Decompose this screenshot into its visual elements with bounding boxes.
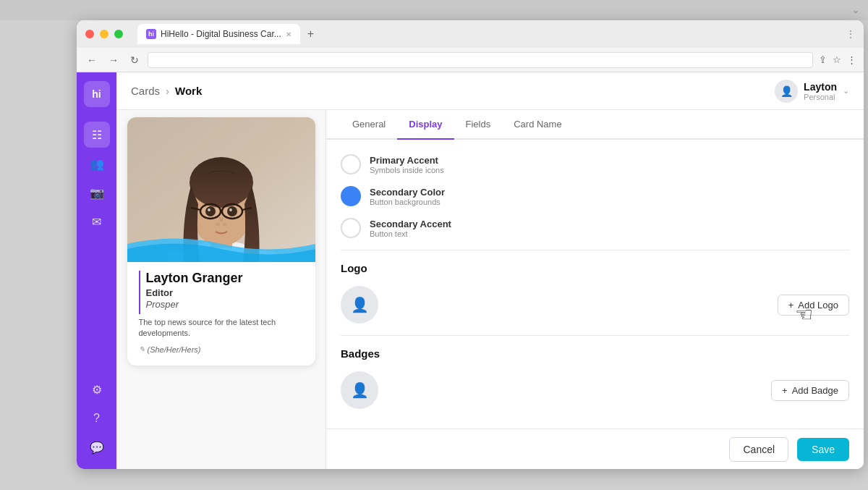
card-photo xyxy=(127,117,315,262)
forward-button[interactable]: → xyxy=(106,51,122,69)
business-card: Layton Granger Editor Prosper The top ne… xyxy=(127,117,315,366)
back-button[interactable]: ← xyxy=(84,51,100,69)
browser-menu-icon[interactable]: ⋮ xyxy=(846,29,855,39)
card-job-title: Editor xyxy=(146,287,304,298)
reload-button[interactable]: ↻ xyxy=(127,51,142,69)
tab-fields[interactable]: Fields xyxy=(454,110,503,138)
mail-icon: ✉ xyxy=(92,215,101,229)
save-button[interactable]: Save xyxy=(797,438,849,461)
primary-accent-label: Primary Accent xyxy=(370,155,444,166)
card-body: Layton Granger Editor Prosper The top ne… xyxy=(127,262,315,366)
share-icon[interactable]: ⇪ xyxy=(819,54,827,65)
tab-card-name[interactable]: Card Name xyxy=(502,110,573,138)
mac-topbar: ⌄ xyxy=(0,0,868,20)
tab-display[interactable]: Display xyxy=(397,110,454,138)
pronouns-text: (She/Her/Hers) xyxy=(148,345,201,354)
secondary-accent-option: Secondary Accent Button text xyxy=(341,218,849,238)
user-menu[interactable]: 👤 Layton Personal ⌄ xyxy=(775,80,849,103)
card-preview-panel: Layton Granger Editor Prosper The top ne… xyxy=(116,110,326,469)
avatar-icon: 👤 xyxy=(780,85,793,97)
help-icon: ? xyxy=(93,412,100,425)
section-divider-2 xyxy=(341,335,849,336)
close-window-button[interactable] xyxy=(85,30,94,38)
badges-row: 👤 + Add Badge xyxy=(341,371,849,409)
logo-placeholder: 👤 xyxy=(341,286,378,324)
secondary-color-labels: Secondary Color Button backgrounds xyxy=(370,187,445,206)
tab-close-button[interactable]: ✕ xyxy=(286,30,292,38)
content-area: Layton Granger Editor Prosper The top ne… xyxy=(116,110,864,469)
browser-toolbar: ← → ↻ ⇪ ☆ ⋮ xyxy=(77,48,864,72)
user-name: Layton xyxy=(804,81,837,93)
panel-footer: Cancel Save xyxy=(326,428,864,469)
cancel-button[interactable]: Cancel xyxy=(729,437,788,462)
address-bar[interactable] xyxy=(148,52,813,68)
svg-point-19 xyxy=(223,223,227,226)
contacts-icon: 👥 xyxy=(90,157,104,171)
add-logo-label: Add Logo xyxy=(798,300,838,311)
secondary-color-swatch[interactable] xyxy=(341,186,361,206)
sidebar-item-chat[interactable]: 💬 xyxy=(84,434,110,460)
badges-section-title: Badges xyxy=(341,347,849,360)
add-logo-icon: + xyxy=(788,300,794,311)
browser-tab-active[interactable]: hi HiHello - Digital Business Car... ✕ xyxy=(137,24,300,44)
breadcrumb-parent[interactable]: Cards xyxy=(131,85,160,97)
user-role: Personal xyxy=(804,93,837,101)
add-logo-button[interactable]: + Add Logo xyxy=(778,295,849,316)
svg-point-13 xyxy=(227,206,237,216)
new-tab-button[interactable]: + xyxy=(303,26,318,42)
app-logo[interactable]: hi xyxy=(84,81,110,107)
primary-accent-labels: Primary Accent Symbols inside icons xyxy=(370,155,444,174)
badge-avatar-icon: 👤 xyxy=(351,381,369,399)
breadcrumb-current: Work xyxy=(175,85,202,97)
maximize-window-button[interactable] xyxy=(114,30,123,38)
tab-general[interactable]: General xyxy=(341,110,397,138)
sidebar-item-settings[interactable]: ⚙ xyxy=(84,376,110,402)
app-layout: hi ☷ 👥 📷 ✉ ⚙ ? xyxy=(77,72,864,469)
more-icon[interactable]: ⋮ xyxy=(847,54,856,65)
tab-title: HiHello - Digital Business Car... xyxy=(161,29,281,39)
right-panel: General Display Fields Card Name xyxy=(326,110,864,469)
browser-titlebar: hi HiHello - Digital Business Car... ✕ +… xyxy=(77,20,864,48)
user-avatar: 👤 xyxy=(775,80,798,103)
sidebar-item-contacts[interactable]: 👥 xyxy=(84,151,110,177)
gallery-icon: 📷 xyxy=(90,186,104,200)
card-name-section: Layton Granger Editor Prosper xyxy=(139,271,304,310)
primary-accent-swatch[interactable] xyxy=(341,154,361,174)
bookmark-icon[interactable]: ☆ xyxy=(833,54,841,65)
card-header-image xyxy=(127,117,315,262)
chat-icon: 💬 xyxy=(90,441,104,455)
badge-placeholder: 👤 xyxy=(341,371,378,409)
svg-point-10 xyxy=(205,206,216,216)
add-badge-button[interactable]: + Add Badge xyxy=(771,380,849,401)
sidebar-item-help[interactable]: ? xyxy=(84,405,110,431)
cards-icon: ☷ xyxy=(92,128,102,142)
primary-accent-sublabel: Symbols inside icons xyxy=(370,166,444,174)
breadcrumb-separator: › xyxy=(166,85,169,97)
primary-accent-option: Primary Accent Symbols inside icons xyxy=(341,154,849,174)
user-menu-chevron-icon: ⌄ xyxy=(843,86,849,96)
add-badge-icon: + xyxy=(782,385,788,396)
logo-section-title: Logo xyxy=(341,262,849,274)
sidebar-item-mail[interactable]: ✉ xyxy=(84,208,110,235)
secondary-color-option: Secondary Color Button backgrounds xyxy=(341,186,849,206)
secondary-accent-labels: Secondary Accent Button text xyxy=(370,219,451,238)
secondary-accent-swatch[interactable] xyxy=(341,218,361,238)
card-description: The top news source for the latest tech … xyxy=(139,317,304,339)
secondary-color-sublabel: Button backgrounds xyxy=(370,198,445,206)
sidebar-item-cards[interactable]: ☷ xyxy=(84,122,110,148)
sidebar: hi ☷ 👥 📷 ✉ ⚙ ? xyxy=(77,72,116,469)
panel-content: Primary Accent Symbols inside icons Seco… xyxy=(326,140,864,428)
card-company: Prosper xyxy=(146,299,304,310)
svg-point-8 xyxy=(190,157,253,208)
card-name: Layton Granger xyxy=(146,271,304,286)
svg-point-11 xyxy=(208,208,210,211)
tab-bar: hi HiHello - Digital Business Car... ✕ + xyxy=(137,24,841,44)
add-badge-label: Add Badge xyxy=(792,385,838,396)
logo-row: 👤 + Add Logo xyxy=(341,286,849,324)
sidebar-item-gallery[interactable]: 📷 xyxy=(84,179,110,206)
minimize-window-button[interactable] xyxy=(100,30,109,38)
pronoun-icon: ✎ xyxy=(139,345,145,353)
svg-point-18 xyxy=(216,223,220,226)
logo-avatar-icon: 👤 xyxy=(351,296,369,313)
panel-tabs: General Display Fields Card Name xyxy=(326,110,864,140)
